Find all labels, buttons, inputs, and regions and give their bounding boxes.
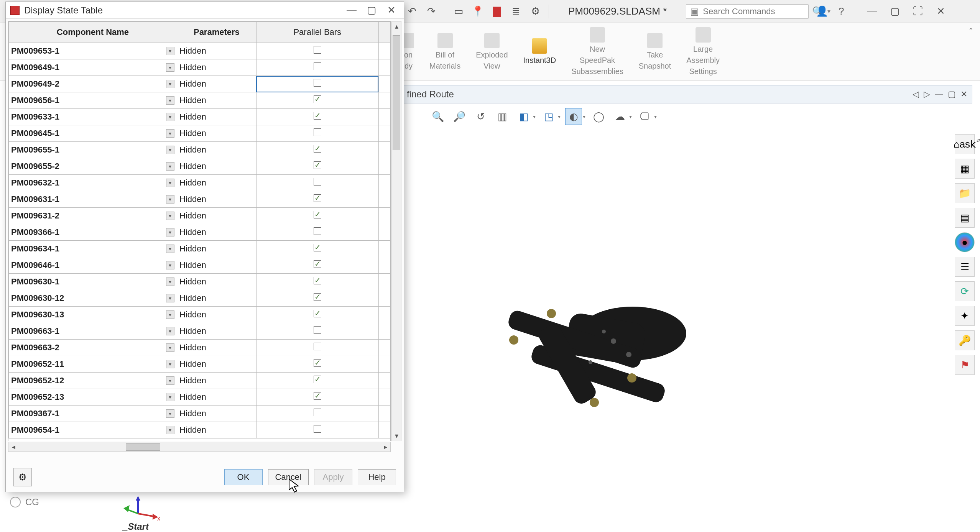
row-dropdown-icon[interactable]: ▾: [166, 360, 174, 368]
search-commands[interactable]: ▣ 🔍 ▾: [686, 4, 809, 19]
view-next-icon[interactable]: ▷: [924, 89, 930, 99]
parameter-value[interactable]: Hidden: [179, 326, 206, 336]
parameter-value[interactable]: Hidden: [179, 194, 206, 204]
pin-icon[interactable]: 📍: [472, 6, 483, 17]
tp-flag-icon[interactable]: ⚑: [955, 355, 975, 375]
undo-icon[interactable]: ↶: [406, 6, 418, 17]
parallel-bars-checkbox[interactable]: [314, 145, 321, 153]
parameter-value[interactable]: Hidden: [179, 145, 206, 155]
table-row[interactable]: PM009655-1▾Hidden: [9, 142, 390, 158]
tp-properties-icon[interactable]: ☰: [955, 257, 975, 277]
ok-button[interactable]: OK: [224, 469, 263, 485]
scroll-left-icon[interactable]: ◂: [8, 442, 18, 452]
parallel-bars-checkbox[interactable]: [314, 277, 321, 284]
parallel-bars-checkbox[interactable]: [314, 293, 321, 301]
tp-key-icon[interactable]: 🔑: [955, 330, 975, 350]
vertical-scrollbar[interactable]: ▴ ▾: [391, 21, 401, 441]
parallel-bars-checkbox[interactable]: [314, 425, 321, 433]
parameter-value[interactable]: Hidden: [179, 310, 206, 320]
render-icon[interactable]: 🖵: [636, 108, 653, 125]
view-max-icon[interactable]: ▢: [948, 89, 956, 99]
scroll-right-icon[interactable]: ▸: [380, 442, 390, 452]
parameter-value[interactable]: Hidden: [179, 376, 206, 386]
gear-icon[interactable]: ⚙: [529, 6, 541, 17]
row-dropdown-icon[interactable]: ▾: [166, 228, 174, 236]
parallel-bars-checkbox[interactable]: [314, 211, 321, 218]
row-dropdown-icon[interactable]: ▾: [166, 146, 174, 154]
zoom-area-icon[interactable]: 🔎: [451, 108, 468, 125]
color-icon[interactable]: ▇: [491, 6, 503, 17]
table-row[interactable]: PM009630-13▾Hidden: [9, 307, 390, 323]
col-parallel-bars[interactable]: Parallel Bars: [256, 22, 378, 43]
dialog-titlebar[interactable]: Display State Table — ▢ ✕: [6, 2, 404, 19]
parameter-value[interactable]: Hidden: [179, 46, 206, 56]
row-dropdown-icon[interactable]: ▾: [166, 129, 174, 138]
parameter-value[interactable]: Hidden: [179, 95, 206, 105]
close-app-button[interactable]: ✕: [935, 6, 947, 17]
tp-refresh-icon[interactable]: ⟳: [955, 281, 975, 301]
section-icon[interactable]: ▥: [494, 108, 511, 125]
table-row[interactable]: PM009646-1▾Hidden: [9, 257, 390, 274]
parameter-value[interactable]: Hidden: [179, 161, 206, 171]
row-dropdown-icon[interactable]: ▾: [166, 261, 174, 269]
parallel-bars-checkbox[interactable]: [314, 409, 321, 416]
dialog-minimize-button[interactable]: —: [344, 3, 359, 18]
table-row[interactable]: PM009634-1▾Hidden: [9, 241, 390, 257]
parallel-bars-checkbox[interactable]: [314, 95, 321, 103]
table-row[interactable]: PM009652-12▾Hidden: [9, 373, 390, 389]
table-row[interactable]: PM009645-1▾Hidden: [9, 125, 390, 142]
table-row[interactable]: PM009631-1▾Hidden: [9, 191, 390, 208]
parameter-value[interactable]: Hidden: [179, 425, 206, 435]
list-icon[interactable]: ≣: [510, 6, 522, 17]
ribbon-instant3d[interactable]: Instant3D: [523, 38, 556, 65]
parameter-value[interactable]: Hidden: [179, 293, 206, 303]
parameter-value[interactable]: Hidden: [179, 277, 206, 287]
parameter-value[interactable]: Hidden: [179, 392, 206, 402]
parallel-bars-checkbox[interactable]: [314, 326, 321, 334]
row-dropdown-icon[interactable]: ▾: [166, 409, 174, 418]
parallel-bars-checkbox[interactable]: [314, 194, 321, 202]
parallel-bars-checkbox[interactable]: [314, 227, 321, 235]
row-dropdown-icon[interactable]: ▾: [166, 343, 174, 352]
row-dropdown-icon[interactable]: ▾: [166, 80, 174, 88]
display-style-icon[interactable]: ◳: [540, 108, 557, 125]
tp-library-icon[interactable]: 📁: [955, 183, 975, 203]
parallel-bars-checkbox[interactable]: [314, 112, 321, 120]
table-row[interactable]: PM009656-1▾Hidden: [9, 92, 390, 109]
parallel-bars-checkbox[interactable]: [314, 161, 321, 169]
table-row[interactable]: PM009630-1▾Hidden: [9, 274, 390, 290]
help-button[interactable]: Help: [358, 469, 396, 485]
search-input[interactable]: [703, 7, 808, 16]
parameter-value[interactable]: Hidden: [179, 260, 206, 270]
parallel-bars-checkbox[interactable]: [314, 392, 321, 400]
table-row[interactable]: PM009633-1▾Hidden: [9, 109, 390, 125]
parameter-value[interactable]: Hidden: [179, 62, 206, 72]
table-row[interactable]: PM009632-1▾Hidden: [9, 175, 390, 191]
row-dropdown-icon[interactable]: ▾: [166, 393, 174, 401]
parallel-bars-checkbox[interactable]: [314, 260, 321, 268]
minimize-button[interactable]: —: [866, 6, 878, 17]
zoom-fit-icon[interactable]: 🔍: [429, 108, 446, 125]
parameter-value[interactable]: Hidden: [179, 211, 206, 221]
tp-view-palette-icon[interactable]: ▤: [955, 208, 975, 228]
parameter-value[interactable]: Hidden: [179, 244, 206, 254]
view-prev-icon[interactable]: ◁: [913, 89, 919, 99]
row-dropdown-icon[interactable]: ▾: [166, 327, 174, 335]
parallel-bars-checkbox[interactable]: [314, 359, 321, 367]
h-scroll-thumb[interactable]: [126, 443, 160, 451]
user-icon[interactable]: 👤: [816, 6, 828, 17]
v-scroll-thumb[interactable]: [393, 35, 400, 150]
table-row[interactable]: PM009631-2▾Hidden: [9, 208, 390, 224]
select-icon[interactable]: ▭: [453, 6, 464, 17]
prev-view-icon[interactable]: ↺: [472, 108, 489, 125]
parallel-bars-checkbox[interactable]: [314, 178, 321, 186]
tp-forum-icon[interactable]: ✦: [955, 306, 975, 326]
row-dropdown-icon[interactable]: ▾: [166, 96, 174, 105]
table-row[interactable]: PM009367-1▾Hidden: [9, 406, 390, 422]
parallel-bars-checkbox[interactable]: [314, 62, 321, 70]
parallel-bars-checkbox[interactable]: [314, 310, 321, 317]
parallel-bars-checkbox[interactable]: [314, 128, 321, 136]
row-dropdown-icon[interactable]: ▾: [166, 294, 174, 302]
scroll-up-icon[interactable]: ▴: [392, 21, 401, 31]
parallel-bars-checkbox[interactable]: [314, 46, 321, 54]
